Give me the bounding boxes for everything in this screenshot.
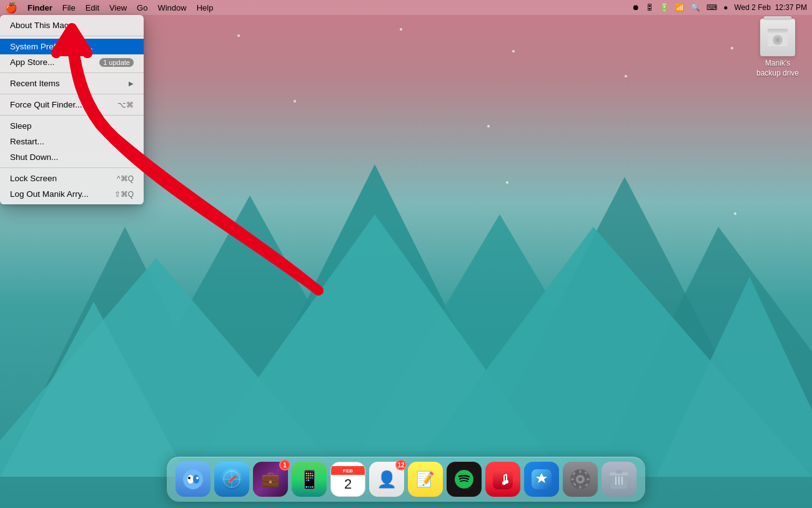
recent-items-item[interactable]: Recent Items ▶ <box>0 76 144 91</box>
svg-rect-37 <box>580 470 582 473</box>
recent-items-label: Recent Items <box>10 79 60 88</box>
svg-point-29 <box>455 470 473 489</box>
menu-separator-1 <box>0 36 144 36</box>
svg-point-36 <box>578 477 582 481</box>
decorative-dot <box>625 75 627 77</box>
decorative-dot <box>237 34 240 37</box>
svg-rect-40 <box>587 479 590 481</box>
decorative-dot <box>506 181 508 184</box>
dock-item-music[interactable] <box>485 462 520 497</box>
lock-screen-item[interactable]: Lock Screen ^⌘Q <box>0 171 144 186</box>
appstore-icon <box>532 469 552 489</box>
drive-svg <box>766 25 789 50</box>
logout-shortcut: ⇧⌘Q <box>114 190 134 199</box>
backup-drive-icon[interactable]: Manik's backup drive <box>753 19 803 78</box>
finder-icon <box>182 468 204 491</box>
svg-rect-49 <box>618 476 620 485</box>
sleep-label: Sleep <box>10 121 32 131</box>
svg-rect-30 <box>493 469 513 489</box>
menubar-file[interactable]: File <box>62 3 76 12</box>
dock-item-contacts[interactable]: 12 👤 <box>369 462 404 497</box>
svg-rect-48 <box>615 476 616 485</box>
svg-rect-13 <box>768 29 788 31</box>
dock-item-calendar[interactable]: FEB 2 <box>330 462 365 497</box>
force-quit-item[interactable]: Force Quit Finder... ⌥⌘ <box>0 97 144 112</box>
menubar-view[interactable]: View <box>109 3 127 12</box>
contacts-badge: 12 <box>395 459 407 471</box>
menu-separator-2 <box>0 72 144 73</box>
dock-item-appstore[interactable] <box>524 462 559 497</box>
notes-emoji: 📝 <box>416 471 435 488</box>
logout-item[interactable]: Log Out Manik Arry... ⇧⌘Q <box>0 186 144 202</box>
restart-item[interactable]: Restart... <box>0 134 144 149</box>
battery-icon: 🔋 <box>660 3 669 12</box>
apple-menu-button[interactable]: 🍎 <box>5 2 17 14</box>
svg-point-22 <box>196 477 199 479</box>
app-store-item[interactable]: App Store... 1 update <box>0 54 144 70</box>
sysprefs-icon <box>570 469 591 490</box>
logout-label: Log Out Manik Arry... <box>10 189 89 199</box>
record-icon: ⏺ <box>632 3 640 12</box>
menubar-go[interactable]: Go <box>137 3 147 12</box>
dock: 1 💼 📱 FEB 2 12 👤 📝 <box>167 457 645 502</box>
whatsapp-emoji: 📱 <box>299 469 320 490</box>
sleep-item[interactable]: Sleep <box>0 118 144 134</box>
decorative-dot <box>512 50 515 52</box>
calendar-day: 2 <box>344 476 352 492</box>
audio-icon: 🎛 <box>646 3 653 12</box>
keyboard-icon: ⌨ <box>706 3 717 12</box>
calendar-month: FEB <box>343 468 353 474</box>
system-preferences-item[interactable]: System Preferences... <box>0 39 144 54</box>
svg-rect-39 <box>571 479 574 481</box>
menubar-edit[interactable]: Edit <box>86 3 99 12</box>
dock-item-whatsapp[interactable]: 📱 <box>292 462 327 497</box>
svg-point-20 <box>193 475 199 484</box>
decorative-dot <box>487 125 490 127</box>
menubar-right: ⏺ 🎛 🔋 📶 🔍 ⌨ ● Wed 2 Feb 12:37 PM <box>632 3 807 12</box>
dock-item-spotify[interactable] <box>447 462 482 497</box>
menubar-window[interactable]: Window <box>157 3 186 12</box>
app-store-badge: 1 update <box>99 58 134 67</box>
wifi-icon: 📶 <box>675 3 685 12</box>
slack-badge: 1 <box>279 459 290 471</box>
spotify-icon <box>454 469 474 489</box>
shutdown-item[interactable]: Shut Down... <box>0 149 144 165</box>
menu-separator-4 <box>0 115 144 116</box>
dock-item-slack[interactable]: 1 💼 <box>253 462 288 497</box>
lock-screen-label: Lock Screen <box>10 174 57 183</box>
music-icon <box>493 469 513 489</box>
lock-screen-shortcut: ^⌘Q <box>117 174 134 183</box>
about-this-mac-label: About This Mac <box>10 21 69 30</box>
datetime: Wed 2 Feb 12:37 PM <box>734 3 807 12</box>
system-preferences-label: System Preferences... <box>10 42 93 51</box>
backup-drive-label: Manik's backup drive <box>753 59 803 78</box>
trash-icon <box>608 467 630 491</box>
app-store-label: App Store... <box>10 57 54 67</box>
safari-icon <box>220 468 243 491</box>
menubar-finder[interactable]: Finder <box>27 3 52 12</box>
dock-item-notes[interactable]: 📝 <box>408 462 443 497</box>
dock-item-safari[interactable] <box>214 462 249 497</box>
decorative-dot <box>734 212 736 215</box>
decorative-dot <box>731 47 733 49</box>
menu-separator-5 <box>0 167 144 168</box>
svg-point-16 <box>777 39 779 41</box>
force-quit-shortcut: ⌥⌘ <box>117 101 134 109</box>
menubar-help[interactable]: Help <box>197 3 214 12</box>
dock-item-trash[interactable] <box>602 462 636 497</box>
dock-item-finder[interactable] <box>176 462 210 497</box>
restart-label: Restart... <box>10 137 44 146</box>
search-icon[interactable]: 🔍 <box>691 3 700 12</box>
contacts-emoji: 👤 <box>377 470 397 489</box>
svg-point-21 <box>188 477 191 479</box>
menu-separator-3 <box>0 94 144 94</box>
siri-icon[interactable]: ● <box>723 3 728 12</box>
about-this-mac-item[interactable]: About This Mac <box>0 17 144 33</box>
svg-rect-50 <box>621 476 623 485</box>
dock-item-system-preferences[interactable] <box>563 462 598 497</box>
decorative-dot <box>400 28 402 31</box>
recent-items-arrow: ▶ <box>129 80 134 87</box>
svg-rect-38 <box>580 486 582 489</box>
drive-icon-graphic <box>760 19 795 56</box>
menubar: 🍎 Finder File Edit View Go Window Help ⏺… <box>0 0 812 15</box>
